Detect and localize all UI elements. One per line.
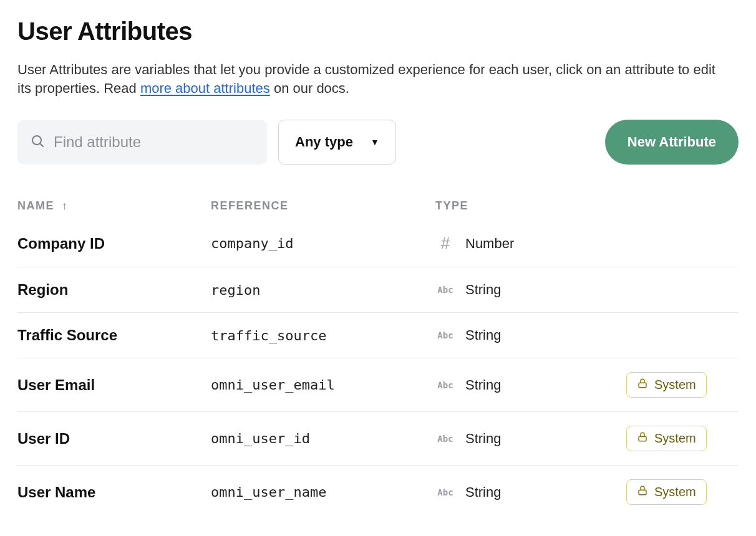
column-header-reference[interactable]: REFERENCE — [211, 199, 435, 213]
attribute-type-label: String — [465, 431, 501, 447]
attribute-reference: omni_user_name — [211, 484, 435, 500]
attribute-type-label: String — [465, 282, 501, 298]
column-header-name-label: NAME — [17, 199, 54, 212]
attribute-type: AbcString — [435, 327, 626, 343]
chevron-down-icon: ▼ — [371, 137, 379, 147]
search-icon — [30, 133, 45, 151]
attribute-name: Traffic Source — [17, 327, 211, 344]
number-type-icon: # — [435, 234, 455, 253]
table-row[interactable]: User Nameomni_user_nameAbcStringSystem — [17, 465, 739, 519]
attribute-badge-cell: System — [626, 479, 739, 505]
string-type-icon: Abc — [435, 285, 455, 295]
column-header-type[interactable]: TYPE — [435, 199, 626, 213]
page-title: User Attributes — [17, 17, 739, 45]
attribute-type: AbcString — [435, 377, 626, 393]
attribute-badge-cell: System — [626, 372, 739, 398]
search-field[interactable] — [17, 120, 267, 165]
system-badge-label: System — [654, 431, 696, 446]
lock-icon — [637, 485, 648, 499]
attribute-type-label: String — [465, 327, 501, 343]
search-input[interactable] — [54, 133, 254, 151]
table-row[interactable]: Company IDcompany_id#Number — [17, 226, 739, 267]
system-badge-label: System — [654, 485, 696, 499]
attribute-name: User Email — [17, 376, 211, 394]
system-badge: System — [626, 426, 707, 451]
type-filter-label: Any type — [295, 134, 353, 150]
attribute-reference: region — [211, 282, 435, 298]
svg-rect-2 — [639, 383, 646, 388]
table-row[interactable]: RegionregionAbcString — [17, 267, 739, 312]
string-type-icon: Abc — [435, 380, 455, 390]
sort-ascending-icon: ↑ — [62, 199, 69, 212]
attribute-name: Region — [17, 281, 211, 299]
svg-rect-3 — [639, 437, 646, 442]
attribute-type: AbcString — [435, 282, 626, 298]
attribute-name: Company ID — [17, 235, 211, 252]
svg-rect-4 — [639, 491, 646, 495]
table-row[interactable]: Traffic Sourcetraffic_sourceAbcString — [17, 312, 739, 358]
page-description: User Attributes are variables that let y… — [17, 60, 729, 97]
new-attribute-button[interactable]: New Attribute — [605, 120, 739, 165]
string-type-icon: Abc — [435, 330, 455, 340]
attribute-reference: omni_user_email — [211, 377, 435, 393]
lock-icon — [637, 378, 648, 392]
attribute-type-label: String — [465, 484, 501, 500]
toolbar: Any type ▼ New Attribute — [17, 120, 739, 165]
attribute-table: NAME↑ REFERENCE TYPE Company IDcompany_i… — [17, 199, 739, 519]
lock-icon — [637, 431, 648, 446]
attribute-reference: traffic_source — [211, 328, 435, 343]
attribute-name: User ID — [17, 430, 211, 447]
attribute-type-label: String — [465, 377, 501, 393]
attribute-name: User Name — [17, 484, 211, 501]
system-badge: System — [626, 479, 707, 505]
attribute-type: AbcString — [435, 484, 626, 500]
attribute-type: AbcString — [435, 431, 626, 447]
table-row[interactable]: User Emailomni_user_emailAbcStringSystem — [17, 358, 739, 411]
attribute-type: #Number — [435, 234, 626, 253]
system-badge: System — [626, 372, 707, 398]
string-type-icon: Abc — [435, 487, 455, 497]
system-badge-label: System — [654, 378, 696, 392]
description-text-post: on our docs. — [270, 80, 349, 96]
attribute-reference: omni_user_id — [211, 431, 435, 446]
attribute-type-label: Number — [465, 236, 514, 252]
column-header-name[interactable]: NAME↑ — [17, 199, 211, 213]
table-header: NAME↑ REFERENCE TYPE — [17, 199, 739, 226]
string-type-icon: Abc — [435, 434, 455, 444]
type-filter-select[interactable]: Any type ▼ — [278, 120, 396, 165]
docs-link[interactable]: more about attributes — [140, 80, 270, 96]
table-row[interactable]: User IDomni_user_idAbcStringSystem — [17, 411, 739, 465]
description-text-pre: User Attributes are variables that let y… — [17, 62, 715, 96]
svg-line-1 — [40, 144, 43, 147]
attribute-reference: company_id — [211, 236, 435, 251]
attribute-badge-cell: System — [626, 426, 739, 451]
